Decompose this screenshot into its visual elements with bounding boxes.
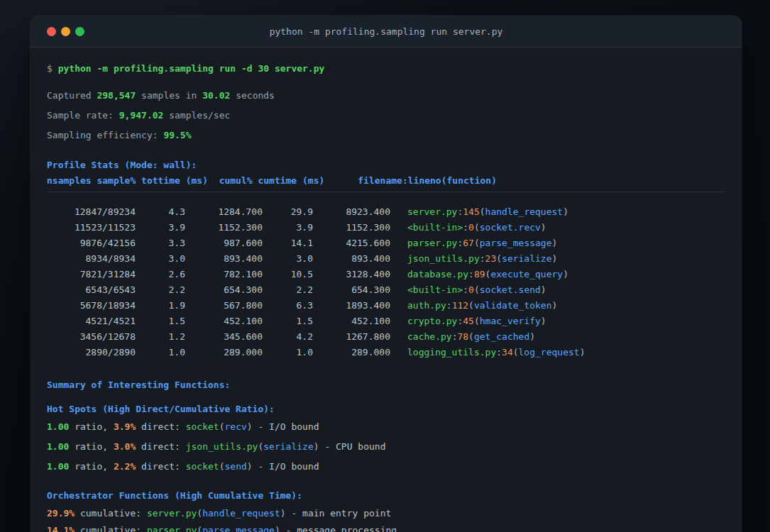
samples-in-label: samples in	[141, 90, 197, 101]
cumulative-label: cumulative:	[80, 525, 141, 532]
open-paren: (	[197, 525, 202, 532]
close-paren: )	[314, 441, 319, 452]
filename: logging_utils.py	[407, 347, 496, 358]
direct-label: direct:	[141, 441, 180, 452]
colon: :	[468, 269, 474, 279]
hot-spot-item: 1.00 ratio, 3.9% direct: socket(recv) - …	[47, 420, 725, 434]
table-header: nsamples sample% tottime (ms) cumul% cum…	[47, 174, 725, 188]
cumtime-cell: 893.400	[313, 251, 390, 267]
direct-pct: 3.9%	[114, 421, 136, 432]
role-desc: - message processing	[286, 525, 397, 532]
cumul-pct-cell: 29.9	[263, 204, 313, 220]
filename: server.py	[147, 508, 197, 519]
close-paren: )	[563, 206, 568, 217]
open-paren: (	[474, 238, 480, 248]
sample-pct-cell: 4.3	[136, 204, 185, 220]
location-cell: <built-in>:0(socket.send)	[407, 284, 546, 295]
zoom-button[interactable]	[75, 27, 84, 36]
efficiency-line: Sampling efficiency: 99.5%	[47, 128, 725, 143]
summary-title: Summary of Interesting Functions:	[47, 378, 725, 392]
function-name: handle_request	[485, 206, 563, 217]
cumtime-cell: 289.000	[313, 345, 390, 360]
function-name: socket.send	[480, 284, 541, 295]
sample-rate-line: Sample rate: 9,947.02 samples/sec	[47, 109, 725, 123]
nsamples-cell: 12847/89234	[47, 204, 136, 220]
bound-desc: - CPU bound	[324, 441, 385, 452]
function-name: handle_request	[202, 508, 280, 519]
terminal-window: python -m profiling.sampling run server.…	[31, 16, 742, 532]
function-name: recv	[225, 421, 247, 432]
tottime-cell: 1284.700	[185, 204, 263, 220]
location-cell: <built-in>:0(socket.recv)	[407, 222, 546, 233]
filename: parser.py	[147, 525, 197, 532]
cumtime-cell: 1267.800	[313, 329, 390, 345]
filename: auth.py	[407, 300, 446, 311]
ratio-value: 1.00	[47, 421, 69, 432]
hot-spot-item: 1.00 ratio, 3.0% direct: json_utils.py(s…	[47, 440, 725, 454]
location-cell: server.py(handle_request)	[147, 508, 286, 519]
captured-label: Captured	[47, 90, 92, 101]
tottime-cell: 289.000	[185, 345, 263, 360]
open-paren: (	[513, 347, 519, 358]
profile-row: 7821/312842.6782.10010.53128.400database…	[47, 267, 725, 282]
close-paren: )	[552, 253, 558, 264]
direct-label: direct:	[141, 421, 180, 432]
minimize-button[interactable]	[61, 27, 70, 36]
rate-label: Sample rate:	[47, 110, 114, 121]
filename: socket	[186, 461, 219, 472]
cumul-pct-cell: 2.2	[263, 282, 313, 298]
hot-spot-item: 1.00 ratio, 2.2% direct: socket(send) - …	[47, 460, 725, 474]
direct-label: direct:	[141, 461, 180, 472]
cumtime-cell: 1152.300	[313, 220, 390, 235]
nsamples-cell: 7821/31284	[47, 267, 136, 282]
bound-desc: - I/O bound	[258, 461, 319, 472]
cumulative-pct: 14.1%	[47, 525, 75, 532]
location-cell: json_utils.py:23(serialize)	[407, 253, 557, 264]
ratio-label: ratio,	[75, 461, 108, 472]
lineno: 89	[474, 269, 485, 279]
function-name: socket.recv	[480, 222, 541, 233]
profile-row: 5678/189341.9567.8006.31893.400auth.py:1…	[47, 298, 725, 314]
cumul-pct-cell: 10.5	[263, 267, 313, 282]
profile-row: 4521/45211.5452.1001.5452.100crypto.py:4…	[47, 314, 725, 329]
titlebar: python -m profiling.sampling run server.…	[31, 16, 742, 48]
cumtime-cell: 1893.400	[313, 298, 390, 314]
captured-line: Captured 298,547 samples in 30.02 second…	[47, 89, 725, 103]
filename: json_utils.py	[407, 253, 480, 264]
profile-row: 6543/65432.2654.3002.2654.300<built-in>:…	[47, 282, 725, 298]
close-button[interactable]	[47, 27, 56, 36]
ratio-value: 1.00	[47, 441, 69, 452]
open-paren: (	[219, 461, 225, 472]
prompt-symbol: $	[47, 63, 53, 74]
cumtime-cell: 3128.400	[313, 267, 390, 282]
function-name: parse_message	[202, 525, 275, 532]
sample-pct-cell: 3.9	[136, 220, 185, 235]
ratio-label: ratio,	[75, 421, 108, 432]
colon: :	[446, 300, 452, 311]
location-cell: parser.py(parse_message)	[147, 525, 280, 532]
cumulative-label: cumulative:	[80, 508, 141, 519]
efficiency-label: Sampling efficiency:	[47, 130, 158, 140]
profile-row: 2890/28901.0289.0001.0289.000logging_uti…	[47, 345, 725, 360]
tottime-cell: 452.100	[185, 314, 263, 329]
location-cell: crypto.py:45(hmac_verify)	[407, 316, 546, 326]
close-paren: )	[541, 316, 546, 326]
close-paren: )	[580, 347, 585, 358]
profile-table: 12847/892344.31284.70029.98923.400server…	[47, 204, 725, 360]
close-paren: )	[541, 222, 546, 233]
tottime-cell: 345.600	[185, 329, 263, 345]
profile-row: 3456/126781.2345.6004.21267.800cache.py:…	[47, 329, 725, 345]
rate-unit: samples/sec	[169, 110, 230, 121]
tottime-cell: 893.400	[185, 251, 263, 267]
nsamples-cell: 4521/4521	[47, 314, 136, 329]
filename: crypto.py	[407, 316, 457, 326]
open-paren: (	[480, 206, 485, 217]
sample-pct-cell: 1.0	[136, 345, 185, 360]
lineno: 145	[463, 206, 479, 217]
colon: :	[496, 347, 502, 358]
nsamples-cell: 5678/18934	[47, 298, 136, 314]
nsamples-cell: 2890/2890	[47, 345, 136, 360]
nsamples-cell: 3456/12678	[47, 329, 136, 345]
function-name: parse_message	[480, 238, 552, 248]
cumul-pct-cell: 3.9	[263, 220, 313, 235]
